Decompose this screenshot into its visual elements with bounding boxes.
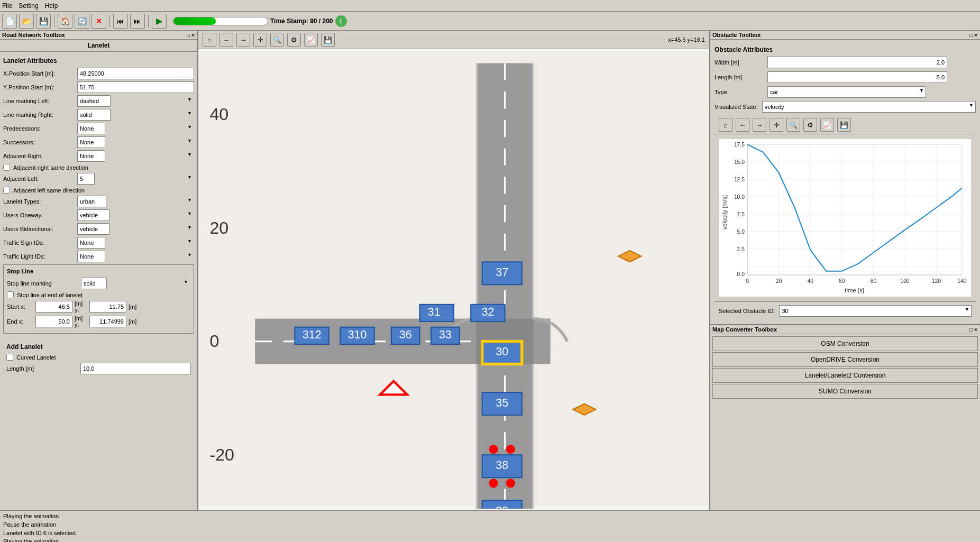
adj-left-select-wrapper: 5 — [77, 173, 194, 185]
svg-text:33: 33 — [439, 328, 452, 341]
start-y-input[interactable] — [89, 301, 126, 313]
new-button[interactable]: 📄 — [2, 14, 17, 29]
stop-line-at-end-checkbox[interactable] — [7, 291, 14, 298]
obs-back-button[interactable]: ← — [736, 118, 749, 132]
lanelet2-conversion-button[interactable]: Lanelet/Lanelet2 Conversion — [712, 368, 978, 383]
map-move-button[interactable]: ✛ — [253, 33, 267, 47]
type-select[interactable]: car — [767, 86, 926, 98]
map-settings-button[interactable]: ⚙ — [287, 33, 301, 47]
line-right-select-wrapper: soliddashedNone — [77, 109, 194, 121]
home-button[interactable]: 🏠 — [58, 14, 72, 29]
end-y-unit: [m] — [129, 318, 141, 325]
obstacle-panel-close[interactable]: ✕ — [974, 32, 978, 38]
opendrive-conversion-button[interactable]: OpenDRIVE Conversion — [712, 352, 978, 367]
svg-point-52 — [506, 445, 515, 454]
obs-settings-button[interactable]: ⚙ — [803, 118, 817, 132]
obs-home-button[interactable]: ⌂ — [719, 118, 732, 132]
traffic-sign-select[interactable]: None — [77, 237, 105, 249]
svg-text:-20: -20 — [209, 445, 234, 464]
adj-right-select[interactable]: None — [77, 150, 105, 162]
curved-lanelet-checkbox[interactable] — [6, 354, 13, 361]
end-x-input[interactable] — [35, 316, 72, 327]
obs-map-toolbar: ⌂ ← → ✛ 🔍 ⚙ 📈 💾 — [715, 116, 976, 134]
menu-setting[interactable]: Setting — [19, 2, 38, 10]
y-pos-input[interactable] — [77, 81, 194, 93]
width-row: Width [m] — [715, 57, 976, 68]
cut-button[interactable]: ✕ — [91, 14, 106, 29]
sumo-conversion-button[interactable]: SUMO Conversion — [712, 384, 978, 399]
osm-conversion-button[interactable]: OSM Conversion — [712, 336, 978, 351]
obs-save-button[interactable]: 💾 — [837, 118, 851, 132]
map-chart-button[interactable]: 📈 — [304, 33, 318, 47]
svg-text:312: 312 — [303, 328, 322, 341]
svg-text:10.0: 10.0 — [734, 194, 745, 200]
length-label: Length [m] — [715, 74, 767, 80]
map-forward-button[interactable]: → — [236, 33, 250, 47]
successors-select[interactable]: None — [77, 136, 105, 148]
save-button[interactable]: 💾 — [36, 14, 51, 29]
vis-state-select[interactable]: velocity — [762, 101, 976, 113]
length-input[interactable] — [80, 363, 191, 374]
progress-bar[interactable] — [173, 17, 268, 25]
obstacle-panel-minimize[interactable]: □ — [969, 32, 973, 38]
lanelet-types-row: Lanelet Types: urban — [3, 196, 194, 207]
adj-left-row: Adjacent Left: 5 — [3, 173, 194, 185]
users-oneway-select[interactable]: vehicle — [77, 209, 109, 221]
svg-text:0.0: 0.0 — [737, 271, 745, 277]
x-pos-input[interactable] — [77, 68, 194, 79]
converter-panel-header: Map Converter Toolbox □ ✕ — [710, 325, 980, 334]
refresh-button[interactable]: 🔄 — [75, 14, 89, 29]
map-back-button[interactable]: ← — [219, 33, 233, 47]
status-line-4: Playing the animation — [3, 537, 977, 542]
selected-obs-select[interactable]: 30 — [779, 305, 972, 317]
successors-label: Successors: — [3, 139, 77, 145]
play-button[interactable]: ▶ — [152, 14, 167, 29]
traffic-light-select[interactable]: None — [77, 251, 105, 262]
right-panel: Obstacle Toolbox □ ✕ Obstacle Attributes… — [710, 31, 980, 510]
users-bidir-select[interactable]: vehicle — [77, 223, 109, 235]
users-oneway-select-wrapper: vehicle — [77, 209, 194, 221]
length-row: Length [m] — [6, 363, 191, 374]
svg-text:17.5: 17.5 — [734, 142, 745, 148]
length-input[interactable] — [767, 71, 947, 83]
svg-text:38: 38 — [496, 459, 508, 472]
lanelet-types-select[interactable]: urban — [77, 196, 106, 207]
left-panel-close[interactable]: ✕ — [191, 32, 195, 38]
users-bidir-label: Users Bidirectional: — [3, 226, 77, 232]
map-zoom-button[interactable]: 🔍 — [270, 33, 284, 47]
adj-left-label: Adjacent Left: — [3, 176, 77, 182]
end-y-input[interactable] — [89, 316, 126, 327]
back-button[interactable]: ⏮ — [113, 14, 128, 29]
adj-left-select[interactable]: 5 — [77, 173, 95, 185]
converter-panel-close[interactable]: ✕ — [974, 327, 978, 333]
left-panel-minimize[interactable]: □ — [187, 32, 190, 38]
forward-button[interactable]: ⏭ — [130, 14, 145, 29]
start-y-unit: [m] — [129, 304, 141, 310]
menu-help[interactable]: Help — [45, 2, 58, 10]
info-button[interactable]: i — [335, 15, 347, 27]
adj-left-same-dir-checkbox[interactable] — [3, 187, 10, 194]
predecessors-select[interactable]: None — [77, 123, 105, 134]
obs-chart-button[interactable]: 📈 — [820, 118, 834, 132]
map-home-button[interactable]: ⌂ — [203, 33, 216, 47]
obs-zoom-button[interactable]: 🔍 — [786, 118, 800, 132]
start-x-input[interactable] — [35, 301, 72, 313]
line-left-select[interactable]: dashedsolidNone — [77, 95, 111, 107]
svg-text:80: 80 — [871, 278, 877, 284]
open-button[interactable]: 📂 — [19, 14, 34, 29]
map-canvas[interactable]: 40 20 0 -20 -40 -10 0 10 20 30 40 50 60 … — [198, 49, 709, 509]
obstacle-panel-header: Obstacle Toolbox □ ✕ — [710, 31, 980, 40]
line-right-select[interactable]: soliddashedNone — [77, 109, 111, 121]
converter-panel-minimize[interactable]: □ — [969, 327, 973, 333]
menu-file[interactable]: File — [2, 2, 12, 10]
status-bar: Playing the animation. Pause the animati… — [0, 510, 980, 542]
traffic-sign-select-wrapper: None — [77, 237, 194, 249]
obstacle-panel-title: Obstacle Toolbox — [712, 32, 761, 38]
map-save-button[interactable]: 💾 — [321, 33, 335, 47]
obs-forward-button[interactable]: → — [753, 118, 766, 132]
stop-line-marking-select[interactable]: solid — [81, 278, 107, 289]
width-input[interactable] — [767, 57, 947, 68]
adj-right-same-dir-checkbox[interactable] — [3, 164, 10, 171]
left-panel-icons: □ ✕ — [187, 32, 195, 38]
obs-move-button[interactable]: ✛ — [770, 118, 783, 132]
